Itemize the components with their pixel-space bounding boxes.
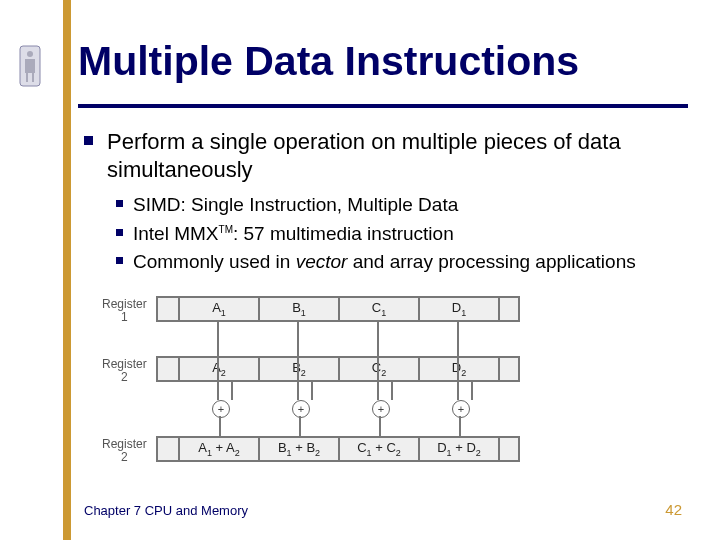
wire	[299, 416, 301, 436]
wire	[471, 382, 473, 400]
bullet-text: Perform a single operation on multiple p…	[107, 128, 684, 183]
register-label: Register2	[102, 438, 147, 463]
cell-text: D1	[452, 300, 466, 318]
italic-text: vector	[296, 251, 348, 272]
adder-icon: +	[452, 400, 470, 418]
cell: D1 + D2	[418, 436, 498, 462]
cell-text: C2	[372, 360, 386, 378]
bullet-square-icon	[84, 136, 93, 145]
plus-symbol: +	[218, 403, 224, 415]
adder-icon: +	[292, 400, 310, 418]
register-label: Register1	[102, 298, 147, 323]
adder-icon: +	[212, 400, 230, 418]
sub-bullet-text: Commonly used in vector and array proces…	[133, 250, 636, 275]
cell-blank	[498, 296, 520, 322]
title-underline	[78, 104, 688, 108]
trademark: TM	[219, 223, 233, 234]
cell: A1	[178, 296, 258, 322]
slide-icon	[18, 44, 42, 92]
text-part: Intel MMX	[133, 223, 219, 244]
sub-bullet: Intel MMXTM: 57 multimedia instruction	[116, 222, 684, 247]
register-row-1: A1 B1 C1 D1	[156, 296, 520, 322]
wire	[459, 416, 461, 436]
accent-vertical-bar	[63, 0, 71, 540]
cell-blank	[498, 356, 520, 382]
slide-title-wrap: Multiple Data Instructions	[78, 38, 579, 85]
cell: B1	[258, 296, 338, 322]
cell-text: D1 + D2	[437, 440, 481, 458]
sub-bullet-group: SIMD: Single Instruction, Multiple Data …	[116, 193, 684, 275]
cell-text: A1	[212, 300, 226, 318]
cell-text: D2	[452, 360, 466, 378]
cell-blank	[156, 296, 178, 322]
label-text: Register2	[102, 357, 147, 384]
bullet-square-icon	[116, 257, 123, 264]
sub-bullet-text: SIMD: Single Instruction, Multiple Data	[133, 193, 458, 218]
wire	[391, 382, 393, 400]
footer-chapter: Chapter 7 CPU and Memory	[84, 503, 248, 518]
wire	[219, 416, 221, 436]
cell-text: B1 + B2	[278, 440, 320, 458]
wire	[297, 322, 299, 400]
text-part: and array processing applications	[347, 251, 635, 272]
wire	[217, 322, 219, 400]
cell-text: B1	[292, 300, 306, 318]
adder-icon: +	[372, 400, 390, 418]
wire	[231, 382, 233, 400]
label-text: Register1	[102, 297, 147, 324]
simd-diagram: Register1 A1 B1 C1 D1 Register2 A2 B2 C2…	[156, 296, 588, 472]
plus-symbol: +	[458, 403, 464, 415]
wire	[311, 382, 313, 400]
svg-rect-2	[25, 59, 35, 73]
cell: B1 + B2	[258, 436, 338, 462]
bullet-square-icon	[116, 200, 123, 207]
content-area: Perform a single operation on multiple p…	[84, 128, 684, 279]
label-text: Register2	[102, 437, 147, 464]
text-part: Commonly used in	[133, 251, 296, 272]
plus-symbol: +	[378, 403, 384, 415]
cell-text: A1 + A2	[198, 440, 240, 458]
wire	[457, 322, 459, 400]
cell: C1 + C2	[338, 436, 418, 462]
register-label: Register2	[102, 358, 147, 383]
cell-text: A2	[212, 360, 226, 378]
slide-title: Multiple Data Instructions	[78, 38, 579, 85]
register-row-result: A1 + A2 B1 + B2 C1 + C2 D1 + D2	[156, 436, 520, 462]
text-part: : 57 multimedia instruction	[233, 223, 454, 244]
register-row-2: A2 B2 C2 D2	[156, 356, 520, 382]
cell: A1 + A2	[178, 436, 258, 462]
cell-blank	[498, 436, 520, 462]
wire	[379, 416, 381, 436]
cell-text: B2	[292, 360, 306, 378]
sub-bullet: Commonly used in vector and array proces…	[116, 250, 684, 275]
cell-blank	[156, 436, 178, 462]
wire	[377, 322, 379, 400]
sub-bullet-text: Intel MMXTM: 57 multimedia instruction	[133, 222, 454, 247]
cell-blank	[156, 356, 178, 382]
bullet-level1: Perform a single operation on multiple p…	[84, 128, 684, 183]
svg-point-1	[27, 51, 33, 57]
page-number: 42	[665, 501, 682, 518]
plus-symbol: +	[298, 403, 304, 415]
cell: C1	[338, 296, 418, 322]
bullet-square-icon	[116, 229, 123, 236]
sub-bullet: SIMD: Single Instruction, Multiple Data	[116, 193, 684, 218]
cell: D1	[418, 296, 498, 322]
cell-text: C1 + C2	[357, 440, 401, 458]
cell-text: C1	[372, 300, 386, 318]
